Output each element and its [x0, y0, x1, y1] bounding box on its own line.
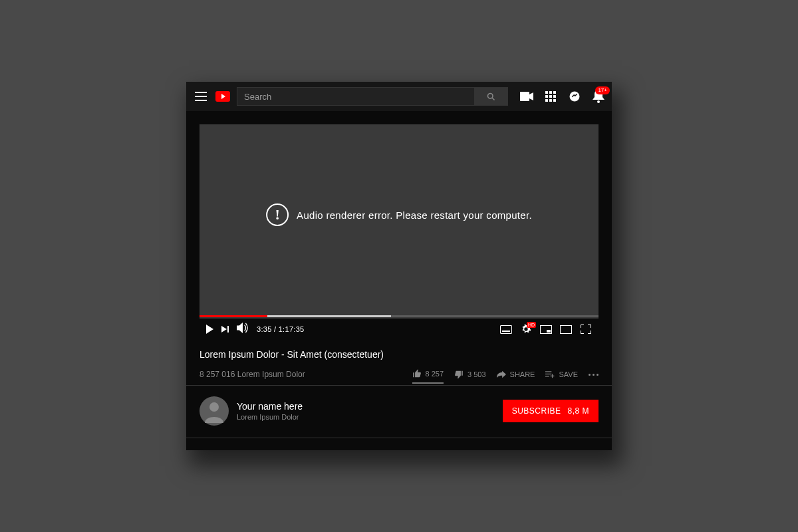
search-input[interactable] [237, 88, 474, 105]
time-current: 3:35 [257, 325, 272, 333]
played-bar [200, 315, 267, 317]
theater-button[interactable] [560, 325, 572, 334]
settings-button[interactable]: HD [520, 325, 532, 334]
search-bar [237, 87, 508, 106]
thumbs-up-icon [412, 369, 422, 378]
thumbs-down-icon [454, 370, 464, 379]
svg-rect-11 [553, 99, 556, 102]
dislike-count: 3 503 [467, 370, 486, 378]
time-total: 1:17:35 [279, 325, 305, 333]
miniplayer-button[interactable] [540, 325, 552, 334]
apps-grid-icon [545, 91, 556, 102]
svg-rect-2 [520, 92, 529, 101]
chat-icon [569, 90, 581, 102]
save-label: SAVE [559, 370, 578, 378]
channel-subtitle: Lorem Ipsum Dolor [237, 413, 303, 421]
svg-line-1 [492, 98, 494, 100]
video-player[interactable]: ! Audio renderer error. Please restart y… [200, 124, 598, 340]
subscribe-count: 8,8 M [567, 406, 589, 416]
svg-rect-5 [553, 91, 556, 94]
hd-badge: HD [527, 322, 536, 328]
volume-button[interactable] [237, 323, 249, 336]
svg-rect-3 [545, 91, 548, 94]
apps-button[interactable] [544, 90, 557, 103]
theater-icon [560, 325, 572, 334]
player-stage: ! Audio renderer error. Please restart y… [186, 111, 612, 340]
like-count: 8 257 [426, 370, 444, 378]
site-logo[interactable] [215, 91, 230, 102]
channel-info: Your name here Lorem Ipsum Dolor [237, 401, 303, 421]
play-logo-icon [215, 91, 230, 102]
svg-point-0 [487, 93, 493, 98]
more-icon [589, 374, 598, 376]
miniplayer-icon [540, 325, 552, 334]
svg-rect-9 [545, 99, 548, 102]
fullscreen-button[interactable] [580, 325, 592, 334]
dislike-button[interactable]: 3 503 [454, 366, 486, 383]
subscribe-button[interactable]: SUBSCRIBE 8,8 M [503, 400, 598, 422]
svg-rect-7 [549, 95, 552, 98]
share-icon [497, 370, 506, 378]
topbar: 17+ [186, 82, 612, 111]
captions-icon [500, 325, 512, 334]
warning-icon: ! [266, 203, 289, 226]
subscribe-label: SUBSCRIBE [512, 406, 561, 416]
save-button[interactable]: SAVE [545, 366, 578, 383]
avatar[interactable] [200, 396, 229, 426]
notifications-button[interactable]: 17+ [592, 90, 605, 103]
svg-rect-10 [549, 99, 552, 102]
play-button[interactable] [206, 325, 213, 334]
video-actions: 8 257 3 503 SHARE SAVE [412, 365, 599, 384]
search-icon [486, 92, 496, 102]
error-overlay: ! Audio renderer error. Please restart y… [266, 203, 532, 226]
volume-icon [237, 323, 249, 333]
error-text: Audio renderer error. Please restart you… [297, 209, 532, 221]
share-label: SHARE [510, 370, 535, 378]
channel-row: Your name here Lorem Ipsum Dolor SUBSCRI… [186, 386, 612, 438]
channel-name[interactable]: Your name here [237, 401, 303, 412]
create-video-button[interactable] [520, 90, 533, 103]
fullscreen-icon [581, 325, 591, 334]
player-controls: 3:35 / 1:17:35 HD [200, 319, 598, 340]
svg-rect-8 [553, 95, 556, 98]
svg-point-19 [209, 402, 219, 412]
app-window: 17+ ! Audio renderer error. Please resta… [186, 82, 612, 450]
view-count: 8 257 016 Lorem Ipsum Dolor [200, 370, 305, 379]
messages-button[interactable] [568, 90, 581, 103]
menu-button[interactable] [193, 88, 209, 104]
progress-bar[interactable] [200, 315, 598, 317]
share-button[interactable]: SHARE [497, 366, 535, 383]
like-button[interactable]: 8 257 [412, 365, 444, 384]
svg-rect-4 [549, 91, 552, 94]
svg-point-12 [570, 92, 580, 102]
captions-button[interactable] [500, 325, 512, 334]
video-meta: Lorem Ipsum Dolor - Sit Amet (consectetu… [186, 340, 612, 386]
more-button[interactable] [589, 370, 598, 380]
next-button[interactable] [221, 326, 229, 332]
camera-icon [520, 92, 533, 101]
notification-badge: 17+ [595, 86, 610, 94]
avatar-icon [200, 396, 229, 426]
search-button[interactable] [474, 88, 507, 105]
time-display: 3:35 / 1:17:35 [257, 325, 305, 333]
svg-rect-6 [545, 95, 548, 98]
svg-point-13 [597, 100, 600, 103]
topbar-icons: 17+ [520, 90, 605, 103]
video-title: Lorem Ipsum Dolor - Sit Amet (consectetu… [200, 349, 598, 360]
playlist-add-icon [545, 370, 555, 378]
